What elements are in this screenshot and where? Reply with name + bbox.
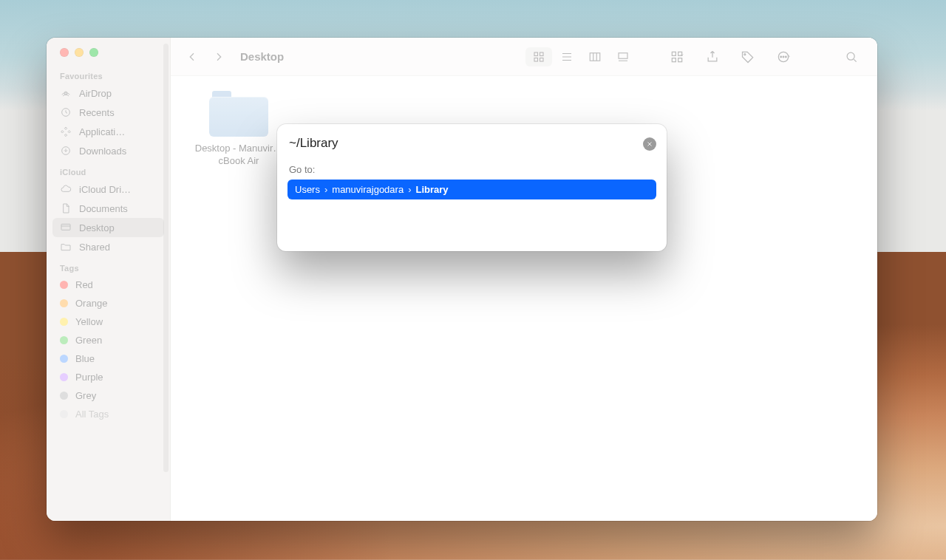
go-to-path-input[interactable]: [287, 133, 636, 155]
path-segment-last: Library: [415, 184, 448, 195]
go-to-suggestion-row[interactable]: Users › manuvirajgodara › Library: [287, 180, 656, 199]
chevron-right-icon: ›: [324, 184, 327, 195]
chevron-right-icon: ›: [408, 184, 411, 195]
path-segment: manuvirajgodara: [332, 184, 404, 195]
close-icon: [646, 140, 653, 148]
go-to-label: Go to:: [289, 164, 656, 175]
finder-window: Favourites AirDrop Recents Applicati… Do…: [47, 38, 877, 521]
clear-input-button[interactable]: [643, 137, 656, 151]
go-to-folder-dialog: Go to: Users › manuvirajgodara › Library: [277, 124, 667, 251]
modal-dim-overlay: [47, 38, 877, 521]
path-segment: Users: [295, 184, 320, 195]
